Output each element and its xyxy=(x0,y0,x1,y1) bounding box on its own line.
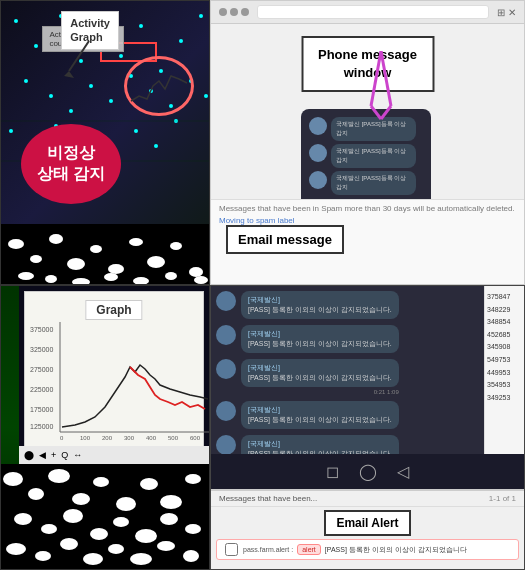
url-bar[interactable] xyxy=(257,5,489,19)
svg-point-80 xyxy=(14,513,32,525)
num-6: 549753 xyxy=(487,354,522,367)
chat-bubble-3: [국제발신] [PASS] 등록한 이외의 이상이 감지되었습니다. xyxy=(241,359,399,387)
svg-point-13 xyxy=(89,84,93,88)
svg-point-35 xyxy=(30,255,42,263)
svg-point-37 xyxy=(67,258,85,270)
email-alert-section: Messages that have been... 1-1 of 1 Emai… xyxy=(211,489,524,569)
svg-point-79 xyxy=(185,474,201,484)
email-alert-row[interactable]: pass.farm.alert : alert [PASS] 등록한 이외의 이… xyxy=(216,539,519,560)
ctrl-icon-1[interactable]: ⬤ xyxy=(24,450,34,460)
bottom-left-panel: Graph 375000 325000 275000 225000 175000… xyxy=(0,285,210,570)
chat-avatar-5 xyxy=(216,435,236,455)
email-alert-header-text: Messages that have been... xyxy=(219,494,317,503)
svg-point-74 xyxy=(72,493,90,505)
svg-point-81 xyxy=(41,524,57,534)
chat-msg-3: [국제발신] [PASS] 등록한 이외의 이상이 감지되었습니다. 0:21 … xyxy=(216,359,519,395)
svg-text:125000: 125000 xyxy=(30,423,53,430)
svg-line-53 xyxy=(371,106,381,119)
num-5: 345908 xyxy=(487,341,522,354)
num-9: 349253 xyxy=(487,392,522,405)
chat-time-3: 0:21 1:09 xyxy=(241,389,399,395)
browser-dot-1 xyxy=(219,8,227,16)
chat-avatar-3 xyxy=(216,359,236,379)
chat-avatar-4 xyxy=(216,401,236,421)
svg-text:325000: 325000 xyxy=(30,346,53,353)
phone-nav-icon-2[interactable]: ◯ xyxy=(359,462,377,481)
svg-text:300: 300 xyxy=(124,435,135,441)
svg-point-46 xyxy=(72,278,90,284)
svg-point-90 xyxy=(60,538,78,550)
svg-point-0 xyxy=(14,19,18,23)
num-1: 375847 xyxy=(487,291,522,304)
phone-nav-bar: ◻ ◯ ◁ xyxy=(211,454,524,489)
svg-point-77 xyxy=(140,478,158,490)
svg-point-6 xyxy=(139,24,143,28)
browser-controls xyxy=(219,8,249,16)
browser-dot-2 xyxy=(230,8,238,16)
alert-text: [PASS] 등록한 이외의 이상이 감지되었습니다 xyxy=(325,545,467,555)
graph-area: Graph 375000 325000 275000 225000 175000… xyxy=(24,291,204,451)
svg-point-9 xyxy=(199,14,203,18)
browser-dot-3 xyxy=(241,8,249,16)
svg-point-85 xyxy=(135,529,157,543)
svg-point-82 xyxy=(63,509,83,523)
chat-avatar-2 xyxy=(216,325,236,345)
svg-point-76 xyxy=(116,497,136,511)
svg-point-43 xyxy=(189,267,203,277)
num-3: 348854 xyxy=(487,316,522,329)
svg-point-89 xyxy=(35,551,51,561)
email-note: Messages that have been in Spam more tha… xyxy=(219,204,516,213)
ctrl-icon-4[interactable]: Q xyxy=(61,450,68,460)
chat-bubble-2: [국제발신] [PASS] 등록한 이외의 이상이 감지되었습니다. xyxy=(241,325,399,353)
korean-anomaly-bubble: 비정상 상태 감지 xyxy=(21,124,121,204)
ctrl-icon-5[interactable]: ↔ xyxy=(73,450,82,460)
alert-from: pass.farm.alert : xyxy=(243,546,293,553)
svg-point-49 xyxy=(165,272,177,280)
browser-icons: ⊞ ✕ xyxy=(497,7,516,18)
svg-point-47 xyxy=(104,273,118,281)
chat-bubble-1: [국제발신] [PASS] 등록한 이외의 이상이 감지되었습니다. xyxy=(241,291,399,319)
activity-arrow xyxy=(59,41,99,81)
svg-point-92 xyxy=(108,544,124,554)
svg-text:400: 400 xyxy=(146,435,157,441)
email-message-label: Email message xyxy=(226,225,344,254)
svg-point-12 xyxy=(69,109,73,113)
svg-text:275000: 275000 xyxy=(30,366,53,373)
alert-checkbox[interactable] xyxy=(225,543,238,556)
svg-point-26 xyxy=(134,129,138,133)
svg-point-8 xyxy=(179,39,183,43)
svg-line-54 xyxy=(381,106,391,119)
svg-point-87 xyxy=(185,524,201,534)
email-alert-header: Messages that have been... 1-1 of 1 xyxy=(211,491,524,507)
ctrl-icon-2[interactable]: ◀ xyxy=(39,450,46,460)
email-alert-count: 1-1 of 1 xyxy=(489,494,516,503)
svg-point-14 xyxy=(109,99,113,103)
svg-text:100: 100 xyxy=(80,435,91,441)
phone-nav-icon-3[interactable]: ◁ xyxy=(397,462,409,481)
graph-controls: ⬤ ◀ + Q ↔ xyxy=(19,446,209,464)
svg-point-50 xyxy=(194,276,208,284)
svg-point-42 xyxy=(170,242,182,250)
svg-point-36 xyxy=(49,234,63,244)
email-alert-label: Email Alert xyxy=(324,510,410,536)
phone-avatar-2 xyxy=(309,144,327,162)
svg-point-19 xyxy=(204,94,208,98)
chat-bubble-4: [국제발신] [PASS] 등록한 이외의 이상이 감지되었습니다. xyxy=(241,401,399,429)
svg-point-78 xyxy=(160,495,182,509)
svg-text:375000: 375000 xyxy=(30,326,53,333)
email-alert-label-container: Email Alert xyxy=(211,510,524,536)
svg-point-48 xyxy=(133,277,149,284)
phone-nav-icon-1[interactable]: ◻ xyxy=(326,462,339,481)
svg-point-11 xyxy=(49,94,53,98)
svg-point-45 xyxy=(45,275,57,283)
chat-msg-4: [국제발신] [PASS] 등록한 이외의 이상이 감지되었습니다. xyxy=(216,401,519,429)
noise-svg xyxy=(1,464,210,570)
browser-header: ⊞ ✕ xyxy=(211,1,524,24)
svg-point-44 xyxy=(18,272,34,280)
svg-text:175000: 175000 xyxy=(30,406,53,413)
svg-line-51 xyxy=(371,51,381,106)
ctrl-icon-3[interactable]: + xyxy=(51,450,56,460)
bottom-right-panel: 375847 348229 348854 452685 345908 54975… xyxy=(210,285,525,570)
main-container: Activity: 112632.53 count: 306 Activity … xyxy=(0,0,525,570)
num-4: 452685 xyxy=(487,329,522,342)
